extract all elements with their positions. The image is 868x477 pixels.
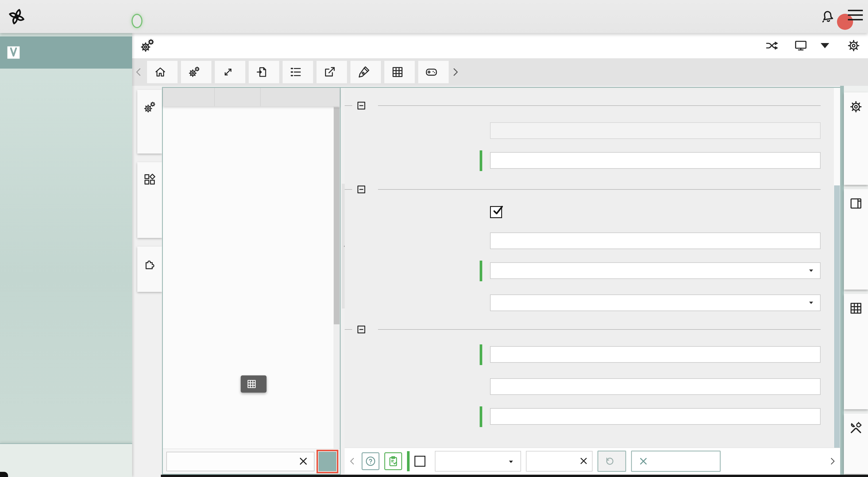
clear-filter-icon[interactable] [298, 456, 309, 467]
toolbar-scroll-left-icon[interactable] [348, 455, 357, 468]
help-button[interactable] [362, 452, 379, 470]
tabs-scroll-right-icon[interactable] [451, 66, 460, 78]
scrollbar-thumb[interactable] [334, 107, 340, 324]
view-mode-select[interactable] [435, 451, 521, 472]
page-header [132, 33, 868, 58]
row-tooltip [241, 375, 267, 393]
form-scrollbar[interactable] [834, 88, 840, 448]
validity-slot [480, 378, 490, 395]
field-komponenten-id [356, 122, 820, 139]
scrollbar-thumb[interactable] [834, 185, 840, 474]
right-tabs [844, 93, 868, 474]
field-label [356, 262, 480, 281]
window-bottom-edge [161, 475, 868, 477]
validity-slot [480, 408, 490, 427]
column-header-name[interactable] [163, 88, 215, 106]
tab-demo-anwendung[interactable] [418, 61, 448, 83]
sidebar-header [0, 36, 132, 69]
vtab-komponenten[interactable] [137, 162, 162, 238]
valid-indicator [480, 344, 482, 365]
zeitstempel-spalte-input[interactable] [490, 408, 820, 425]
collapse-section-icon[interactable] [356, 324, 367, 335]
history-id-input[interactable] [490, 378, 820, 395]
section-id-spalten-konfiguration [356, 324, 820, 335]
modulname-input[interactable] [490, 152, 820, 169]
rtab-editor[interactable] [844, 414, 868, 474]
form-filter-field [526, 451, 593, 472]
field-datums-format [356, 233, 820, 249]
list-icon [289, 66, 302, 78]
tab-log-service[interactable] [283, 61, 313, 83]
not-default-checkbox-group[interactable] [414, 456, 430, 467]
field-label [356, 152, 480, 171]
field-control [490, 408, 820, 427]
tab-html-content[interactable] [350, 61, 381, 83]
top-bar [0, 0, 868, 33]
not-default-checkbox[interactable] [414, 456, 425, 467]
valid-indicator [480, 261, 482, 281]
vtab-plugins[interactable] [137, 246, 162, 292]
column-header-actions [260, 88, 340, 106]
datums-format-input[interactable] [490, 233, 820, 249]
standardwerte-button[interactable] [597, 451, 626, 472]
dropdown-arrow-icon[interactable] [807, 268, 815, 274]
rtab-ansichten-verwalten[interactable] [844, 189, 868, 289]
dropdown-arrow-icon [507, 458, 515, 465]
tab-replication[interactable] [249, 61, 279, 83]
rtab-spaltenkonfigurator[interactable] [844, 294, 868, 409]
grid-icon [391, 66, 404, 78]
list-scrollbar[interactable] [334, 106, 340, 449]
tab-uebersicht[interactable] [147, 61, 178, 83]
menu-hamburger-icon[interactable] [848, 10, 863, 21]
field-control [490, 346, 820, 365]
field-control [490, 295, 820, 311]
notifications-bell-icon[interactable] [818, 7, 837, 25]
auto-update-checkbox[interactable] [490, 206, 502, 218]
shuffle-icon[interactable] [765, 39, 779, 53]
theme-change-button[interactable] [794, 39, 832, 53]
filter-input[interactable] [166, 452, 314, 471]
valid-indicator [407, 451, 410, 471]
gear-icon [849, 100, 863, 114]
tab-external-content[interactable] [316, 61, 347, 83]
file-import-icon [256, 66, 268, 78]
opensearch-index-select[interactable] [490, 262, 820, 279]
settings-gear-icon[interactable] [847, 39, 861, 53]
form-scroll-area [345, 88, 834, 448]
category-tabs [137, 90, 162, 292]
list-header [163, 88, 340, 106]
right-tab-strip [840, 86, 868, 477]
rtab-einstellungen[interactable] [844, 93, 868, 185]
column-header-id[interactable] [215, 88, 260, 106]
komponenten-id-input[interactable] [490, 122, 820, 139]
valid-indicator [480, 406, 482, 427]
validity-slot [480, 295, 490, 311]
validity-slot [480, 152, 490, 171]
discard-changes-button[interactable] [631, 451, 721, 472]
company-logo-icon[interactable] [6, 6, 27, 27]
tab-process-monitoring[interactable] [384, 61, 415, 83]
collapse-section-icon[interactable] [356, 184, 367, 195]
sidebar-collapse-button[interactable] [0, 443, 132, 477]
dropdown-arrow-icon[interactable] [807, 300, 815, 306]
tab-backend-connections[interactable] [215, 61, 245, 83]
toolbar-scroll-right-icon[interactable] [828, 455, 837, 468]
add-component-button[interactable] [318, 452, 336, 471]
content-area [132, 86, 868, 477]
field-automatisches-update [356, 206, 820, 218]
question-icon [365, 455, 376, 467]
collapse-section-icon[interactable] [356, 100, 367, 111]
field-control [490, 233, 820, 249]
vtab-allgemein[interactable] [137, 90, 162, 154]
opensearch-historien-index-select[interactable] [490, 295, 820, 311]
clear-filter-icon[interactable] [579, 456, 589, 466]
header-actions [765, 39, 861, 53]
spalten-id-input[interactable] [490, 346, 820, 363]
diagonal-arrows-icon [222, 66, 235, 78]
monitor-icon [794, 39, 808, 53]
clipboard-button[interactable] [384, 452, 402, 470]
app-sidebar [0, 33, 132, 477]
configuration-form-panel [345, 87, 840, 474]
tab-core-services[interactable] [181, 61, 211, 83]
tabs-scroll-left-icon[interactable] [134, 66, 144, 78]
